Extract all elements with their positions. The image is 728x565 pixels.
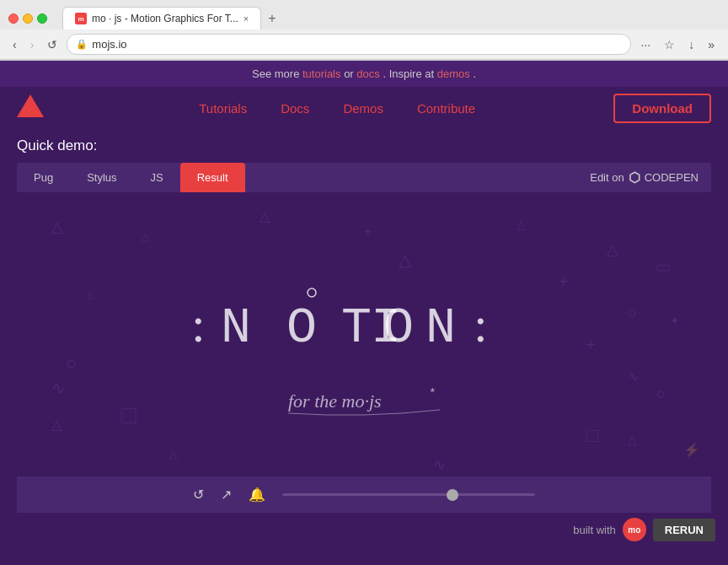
tab-favicon: m: [75, 13, 87, 24]
bookmark-button[interactable]: ☆: [659, 35, 680, 54]
notion-art: : N O T I O N: [187, 281, 541, 424]
notion-subtitle: for the mo·js *: [187, 378, 541, 424]
banner-demos-link[interactable]: demos: [437, 67, 470, 80]
deco-square-2: □: [586, 423, 599, 447]
codepen-link[interactable]: Edit on ⬡ CODEPEN: [590, 170, 711, 186]
top-banner: See more tutorials or docs . Inspire at …: [0, 61, 728, 87]
svg-text:*: *: [430, 385, 435, 399]
subtitle-svg: for the mo·js *: [280, 378, 448, 420]
tab-js[interactable]: JS: [134, 163, 180, 192]
tab-stylus[interactable]: Stylus: [70, 163, 133, 192]
more-button[interactable]: ···: [636, 35, 656, 54]
site-logo: [17, 94, 44, 121]
site-navbar: Tutorials Docs Demos Contribute Download: [0, 87, 728, 129]
page-content: See more tutorials or docs . Inspire at …: [0, 61, 728, 565]
notify-button[interactable]: 🔔: [249, 487, 265, 503]
refresh-button[interactable]: ↺: [43, 35, 62, 54]
deco-triangle-1: △: [51, 218, 63, 236]
svg-point-2: [308, 288, 316, 297]
deco-triangle-4: △: [399, 250, 411, 270]
browser-tab-active[interactable]: m mo · js - Motion Graphics For T... ×: [62, 7, 261, 30]
replay-button[interactable]: ↺: [193, 487, 204, 503]
codepen-logo-icon: ⬡: [629, 170, 640, 186]
traffic-light-red[interactable]: [8, 13, 19, 24]
notion-svg: : N O T I O N: [187, 281, 541, 365]
banner-docs-link[interactable]: docs: [356, 67, 379, 80]
deco-circle-1: ○: [86, 288, 94, 304]
forward-button[interactable]: ›: [26, 35, 39, 54]
extend-button[interactable]: »: [703, 35, 720, 54]
banner-text-or: or: [344, 67, 356, 80]
demo-controls: ↺ ↗ 🔔: [17, 476, 711, 513]
demo-canvas: △ △ △ △ △ △ △ △ △ ○ ○ ○ ○ □ □ ▭ +: [17, 192, 711, 513]
navigation-bar: ‹ › ↺ 🔒 mojs.io ··· ☆ ↓ »: [0, 30, 728, 60]
tab-close-button[interactable]: ×: [244, 13, 249, 24]
mo-logo: mo: [623, 518, 646, 541]
tab-result[interactable]: Result: [180, 163, 245, 192]
svg-text:N: N: [221, 299, 251, 357]
svg-text:T: T: [341, 299, 372, 357]
deco-triangle-3: △: [260, 208, 270, 224]
title-bar: m mo · js - Motion Graphics For T... × +: [0, 0, 728, 30]
svg-text::: :: [191, 297, 206, 352]
browser-chrome: m mo · js - Motion Graphics For T... × +…: [0, 0, 728, 61]
deco-circle-2: ○: [66, 352, 77, 374]
download-button[interactable]: ↓: [683, 35, 699, 54]
svg-text:for the mo·js: for the mo·js: [288, 390, 382, 412]
notion-letter-container: : N O T I O N: [187, 281, 541, 365]
deco-wave-2: ∿: [628, 369, 639, 385]
deco-plus-1: +: [559, 272, 569, 292]
deco-circle-3: ○: [628, 304, 637, 322]
new-tab-button[interactable]: +: [261, 8, 282, 30]
share-button[interactable]: ↗: [221, 487, 232, 503]
progress-thumb: [447, 489, 458, 501]
deco-wave-3: ∿: [433, 455, 446, 474]
deco-triangle-6: △: [607, 240, 618, 259]
nav-link-docs[interactable]: Docs: [281, 101, 309, 116]
traffic-light-yellow[interactable]: [23, 13, 33, 24]
codepen-name: CODEPEN: [645, 171, 699, 184]
tab-pug[interactable]: Pug: [17, 163, 70, 192]
deco-triangle-7: △: [51, 417, 62, 433]
deco-circle-4: ○: [656, 385, 666, 404]
nav-links: Tutorials Docs Demos Contribute: [61, 101, 613, 116]
deco-triangle-5: △: [517, 218, 526, 231]
tab-title: mo · js - Motion Graphics For T...: [92, 13, 238, 24]
tab-bar: m mo · js - Motion Graphics For T... × +: [62, 7, 720, 30]
svg-text:O: O: [286, 299, 317, 357]
traffic-light-green[interactable]: [37, 13, 47, 24]
address-text: mojs.io: [92, 38, 126, 51]
address-bar[interactable]: 🔒 mojs.io: [67, 34, 630, 55]
nav-right-buttons: ··· ☆ ↓ »: [636, 35, 720, 54]
deco-plus-3: +: [364, 224, 372, 239]
nav-link-tutorials[interactable]: Tutorials: [199, 101, 247, 116]
demo-title: Quick demo:: [17, 137, 711, 154]
codepen-edit-label: Edit on: [590, 171, 624, 184]
logo-triangle-icon: [17, 94, 44, 117]
banner-tutorials-link[interactable]: tutorials: [302, 67, 341, 80]
demo-section: Quick demo: Pug Stylus JS Result Edit on…: [0, 129, 728, 513]
nav-link-contribute[interactable]: Contribute: [417, 101, 475, 116]
rerun-button[interactable]: RERUN: [653, 519, 715, 541]
deco-triangle-2: △: [142, 231, 149, 243]
svg-text::: :: [474, 297, 488, 352]
banner-text-period: . Inspire at: [383, 67, 436, 80]
nav-link-demos[interactable]: Demos: [343, 101, 383, 116]
traffic-lights: [8, 13, 47, 24]
banner-text-before: See more: [252, 67, 302, 80]
progress-bar[interactable]: [282, 493, 535, 496]
download-button[interactable]: Download: [613, 94, 711, 123]
deco-square-1: □: [121, 401, 136, 429]
deco-star-1: ✦: [670, 314, 680, 327]
deco-zigzag-1: ⚡: [683, 442, 700, 458]
svg-text:N: N: [426, 299, 456, 357]
built-with-bar: built with mo RERUN: [0, 513, 728, 546]
built-with-text: built with: [573, 524, 616, 536]
svg-text:O: O: [383, 299, 414, 357]
deco-triangle-8: △: [169, 449, 177, 460]
deco-triangle-9: △: [628, 433, 637, 446]
back-button[interactable]: ‹: [8, 35, 21, 54]
demo-tabs: Pug Stylus JS Result Edit on ⬡ CODEPEN: [17, 163, 711, 192]
address-lock-icon: 🔒: [76, 39, 88, 50]
deco-plus-2: +: [586, 336, 596, 354]
